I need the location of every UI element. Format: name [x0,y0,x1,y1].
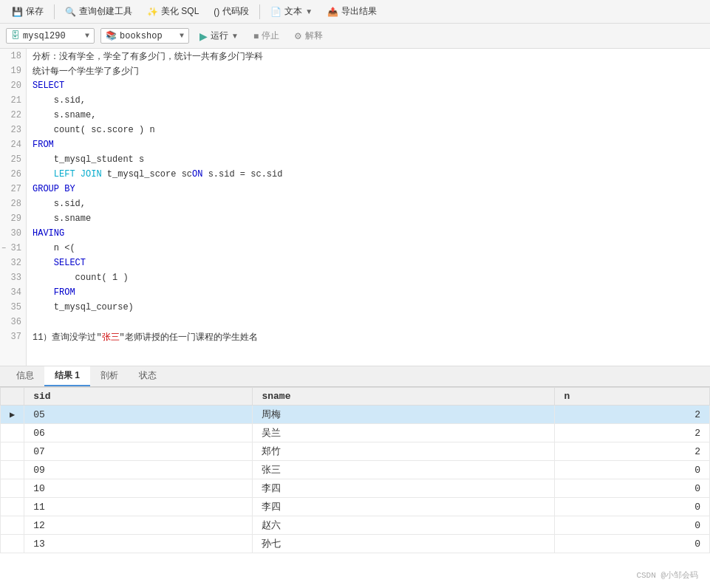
result-tab-3[interactable]: 状态 [129,366,167,386]
cell-sname: 李四 [253,479,555,498]
code-line-36 [33,315,704,329]
line-num-35: 35 [0,300,26,315]
export-icon: 📤 [327,7,338,17]
save-icon: 💾 [12,7,23,17]
save-button[interactable]: 💾 保存 [6,4,50,19]
stop-button[interactable]: ■ 停止 [249,28,284,44]
table-row[interactable]: 11李四0 [1,498,710,516]
col-header- [1,388,24,406]
watermark: CSDN @小邹会码 [636,570,698,581]
code-line-23: count( sc.score ) n [33,123,704,137]
line-num-31: 31 [0,241,26,256]
result-tab-2[interactable]: 剖析 [90,366,129,386]
row-indicator: ▶ [1,406,24,424]
connection-selector[interactable]: 🗄 mysql290 ▼ [6,28,95,44]
table-row[interactable]: 09张三0 [1,461,710,479]
line-num-30: 30 [0,226,26,241]
table-row[interactable]: 12赵六0 [1,516,710,535]
line-num-36: 36 [0,315,26,329]
cell-sid: 07 [24,442,253,461]
line-numbers: 1819202122232425262728293031323334353637 [0,49,27,366]
stop-icon: ■ [253,31,259,41]
text-button[interactable]: 📄 文本 ▼ [264,4,318,19]
cell-sname: 赵六 [253,516,555,535]
beautify-sql-button[interactable]: ✨ 美化 SQL [141,4,205,19]
result-area[interactable]: sidsnamen▶05周梅206吴兰207郑竹209张三010李四011李四0… [0,387,710,588]
code-line-32: SELECT [33,256,704,270]
line-num-19: 19 [0,64,26,78]
code-line-37: 11）查询没学过"张三"老师讲授的任一门课程的学生姓名 [33,329,704,344]
line-num-28: 28 [0,196,26,211]
code-line-25: t_mysql_student s [33,152,704,167]
line-num-27: 27 [0,182,26,196]
toolbar-separator-2 [259,4,260,19]
database-selector[interactable]: 📚 bookshop ▼ [100,28,189,44]
cell-n: 0 [555,461,710,479]
connection-bar: 🗄 mysql290 ▼ 📚 bookshop ▼ ▶ 运行 ▼ ■ 停止 ⚙ … [0,24,710,49]
line-num-33: 33 [0,270,26,285]
cell-sname: 孙七 [253,535,555,553]
export-button[interactable]: 📤 导出结果 [321,4,383,19]
cell-n: 0 [555,535,710,553]
col-header-n: n [555,388,710,406]
main-content: 1819202122232425262728293031323334353637… [0,49,710,588]
cell-sid: 09 [24,461,253,479]
table-row[interactable]: ▶05周梅2 [1,406,710,424]
code-snippet-button[interactable]: () 代码段 [208,4,255,19]
code-line-20: SELECT [33,78,704,93]
line-num-18: 18 [0,49,26,64]
cell-sid: 10 [24,479,253,498]
line-num-37: 37 [0,329,26,344]
cell-sid: 11 [24,498,253,516]
bookshop-icon: 📚 [106,30,117,41]
toolbar: 💾 保存 🔍 查询创建工具 ✨ 美化 SQL () 代码段 📄 文本 ▼ 📤 导… [0,0,710,24]
cell-n: 2 [555,424,710,442]
code-line-33: count( 1 ) [33,270,704,285]
cell-sid: 13 [24,535,253,553]
code-line-30: HAVING [33,226,704,241]
line-num-20: 20 [0,78,26,93]
result-tab-1[interactable]: 结果 1 [44,366,90,386]
query-builder-icon: 🔍 [65,7,76,17]
cell-sid: 12 [24,516,253,535]
explain-icon: ⚙ [294,31,302,41]
line-num-22: 22 [0,108,26,123]
cell-n: 2 [555,442,710,461]
run-button[interactable]: ▶ 运行 ▼ [195,28,243,44]
code-line-34: FROM [33,285,704,300]
db-icon: 🗄 [11,30,20,41]
code-line-18: 分析：没有学全，学全了有多少门，统计一共有多少门学科 [33,49,704,64]
code-line-24: FROM [33,137,704,152]
code-area[interactable]: 分析：没有学全，学全了有多少门，统计一共有多少门学科统计每一个学生学了多少门SE… [27,49,710,366]
table-row[interactable]: 06吴兰2 [1,424,710,442]
row-indicator [1,498,24,516]
line-num-26: 26 [0,167,26,182]
table-row[interactable]: 10李四0 [1,479,710,498]
query-builder-button[interactable]: 🔍 查询创建工具 [59,4,138,19]
play-icon: ▶ [199,30,208,42]
code-line-31: n <( [33,241,704,256]
cell-sid: 06 [24,424,253,442]
row-indicator [1,461,24,479]
row-indicator [1,442,24,461]
code-line-29: s.sname [33,211,704,226]
toolbar-separator-1 [54,4,55,19]
code-line-21: s.sid, [33,93,704,108]
row-indicator [1,535,24,553]
code-line-28: s.sid, [33,196,704,211]
sql-editor[interactable]: 1819202122232425262728293031323334353637… [0,49,710,366]
cell-sname: 周梅 [253,406,555,424]
cell-sname: 吴兰 [253,424,555,442]
line-num-32: 32 [0,256,26,270]
line-num-21: 21 [0,93,26,108]
table-row[interactable]: 07郑竹2 [1,442,710,461]
cell-sid: 05 [24,406,253,424]
row-indicator [1,479,24,498]
text-icon: 📄 [270,7,281,17]
table-row[interactable]: 13孙七0 [1,535,710,553]
col-header-sid: sid [24,388,253,406]
line-num-24: 24 [0,137,26,152]
explain-button[interactable]: ⚙ 解释 [290,28,327,44]
cell-n: 0 [555,479,710,498]
result-tab-0[interactable]: 信息 [6,366,44,386]
